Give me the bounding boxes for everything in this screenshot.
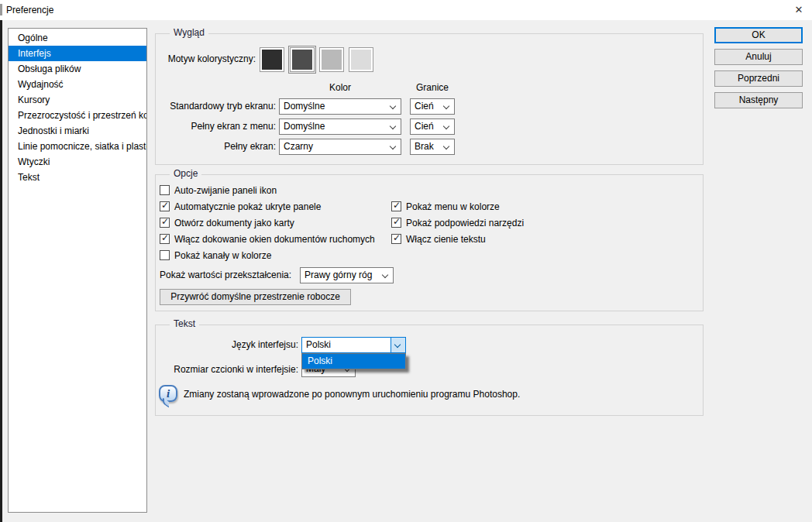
chevron-down-icon bbox=[390, 143, 396, 149]
transform-values-label: Pokaż wartości przekształcenia: bbox=[160, 267, 291, 283]
fullscreen-label: Pełny ekran: bbox=[136, 139, 276, 155]
previous-button[interactable]: Poprzedni bbox=[714, 70, 803, 87]
preferences-dialog: Preferencje ✕ Ogólne Interfejs Obsługa p… bbox=[0, 0, 812, 522]
standard-screen-border-select[interactable]: Cień bbox=[410, 98, 455, 115]
standard-screen-label: Standardowy tryb ekranu: bbox=[136, 98, 276, 115]
chevron-down-icon bbox=[443, 103, 449, 109]
cancel-button[interactable]: Anuluj bbox=[714, 49, 803, 65]
next-button[interactable]: Następny bbox=[714, 92, 803, 108]
checkbox-box bbox=[160, 185, 170, 195]
column-header-granice: Granice bbox=[410, 82, 455, 93]
dropdown-option-polski[interactable]: Polski bbox=[302, 354, 405, 369]
close-icon[interactable]: ✕ bbox=[786, 0, 812, 20]
checkbox-box bbox=[160, 250, 170, 260]
sidebar-item-wtyczki[interactable]: Wtyczki bbox=[9, 154, 146, 170]
sidebar-item-ogolne[interactable]: Ogólne bbox=[9, 30, 146, 46]
preferences-nav: Ogólne Interfejs Obsługa plików Wydajnoś… bbox=[8, 28, 147, 513]
theme-label: Motyw kolorystyczny: bbox=[116, 51, 256, 67]
fullscreen-border-select[interactable]: Brak bbox=[410, 139, 455, 155]
transform-values-select[interactable]: Prawy górny róg bbox=[300, 267, 394, 283]
checkbox-box: ✓ bbox=[160, 201, 170, 211]
chevron-down-icon bbox=[443, 123, 449, 129]
chevron-down-icon bbox=[390, 103, 396, 109]
ui-language-select[interactable]: Polski bbox=[301, 337, 406, 353]
ui-language-label: Język interfejsu: bbox=[159, 337, 298, 353]
ui-language-dropdown-list: Polski bbox=[301, 353, 406, 369]
fullscreen-menu-label: Pełny ekran z menu: bbox=[136, 118, 276, 135]
checkbox-box: ✓ bbox=[391, 201, 401, 211]
fullscreen-menu-border-select[interactable]: Cień bbox=[410, 118, 455, 135]
fullscreen-menu-color-select[interactable]: Domyślne bbox=[279, 118, 401, 135]
checkbox-box: ✓ bbox=[391, 234, 401, 244]
dialog-title: Preferencje bbox=[6, 5, 53, 15]
theme-swatch-dark-gray[interactable] bbox=[291, 48, 314, 71]
sidebar-item-przezroczystosc[interactable]: Przezroczystość i przestrzeń kolorów bbox=[9, 108, 146, 123]
theme-swatch-black[interactable] bbox=[260, 48, 284, 71]
checkbox-box: ✓ bbox=[160, 218, 170, 228]
title-bar: Preferencje ✕ bbox=[0, 0, 812, 20]
left-edge-strip bbox=[0, 20, 2, 522]
ui-font-size-label: Rozmiar czcionki w interfejsie: bbox=[159, 362, 298, 378]
ok-button[interactable]: OK bbox=[714, 27, 803, 43]
sidebar-item-kursory[interactable]: Kursory bbox=[9, 92, 146, 108]
info-icon: i bbox=[159, 385, 177, 402]
theme-swatch-medium-gray[interactable] bbox=[320, 48, 343, 71]
checkbox-box: ✓ bbox=[160, 234, 170, 244]
sidebar-item-tekst[interactable]: Tekst bbox=[9, 170, 146, 185]
standard-screen-color-select[interactable]: Domyślne bbox=[279, 98, 401, 115]
appearance-legend: Wygląd bbox=[170, 27, 208, 38]
sidebar-item-wydajnosc[interactable]: Wydajność bbox=[9, 77, 146, 92]
text-legend: Tekst bbox=[170, 318, 199, 329]
chevron-down-icon bbox=[382, 272, 388, 278]
restart-info-message: Zmiany zostaną wprowadzone po ponownym u… bbox=[184, 386, 520, 403]
column-header-kolor: Kolor bbox=[279, 82, 401, 93]
fullscreen-color-select[interactable]: Czarny bbox=[279, 139, 401, 155]
sidebar-item-linie[interactable]: Linie pomocnicze, siatka i plasterki bbox=[9, 139, 146, 154]
theme-swatch-light-gray[interactable] bbox=[349, 48, 373, 71]
chevron-down-icon bbox=[443, 143, 449, 149]
checkbox-box: ✓ bbox=[391, 218, 401, 228]
restore-default-workspaces-button[interactable]: Przywróć domyślne przestrzenie robocze bbox=[160, 289, 351, 305]
sidebar-item-jednostki[interactable]: Jednostki i miarki bbox=[9, 123, 146, 139]
chevron-down-icon bbox=[390, 123, 396, 129]
options-legend: Opcje bbox=[170, 168, 201, 179]
window-icon bbox=[0, 4, 2, 15]
